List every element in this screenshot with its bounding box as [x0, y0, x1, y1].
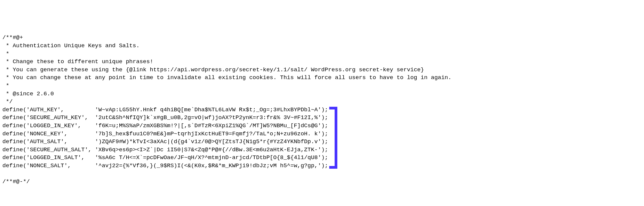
define-key: define('SECURE_AUTH_SALT', — [2, 146, 95, 153]
define-value: '%sA6c T/H<=X`=pcDFwOae/JF~qH/X?^mtmjnD-… — [95, 154, 328, 161]
comment-line: * Change these to different unique phras… — [2, 58, 153, 65]
define-line: define('SECURE_AUTH_SALT', 'XBv6q>es6p><… — [2, 146, 328, 153]
comment-line: /**#@+ — [2, 34, 23, 41]
define-key: define('SECURE_AUTH_KEY', — [2, 114, 95, 121]
define-value: ')ZQAF9#W)*kTvI<3aXAc|(d{g4`v1z/0@>QY[Zt… — [95, 138, 328, 145]
blank-line — [2, 170, 6, 177]
define-key: define('LOGGED_IN_KEY', — [2, 122, 95, 129]
comment-line: * You can generate these using the {@lin… — [2, 66, 424, 73]
bracket-annotation-icon — [329, 107, 337, 169]
define-value: 'XBv6q>es6p><I>Z`|Dc iI50|S7&<Zq@*P@#{//… — [95, 146, 328, 153]
define-line: define('AUTH_SALT', ')ZQAF9#W)*kTvI<3aXA… — [2, 138, 328, 145]
comment-line: * @since 2.6.0 — [2, 91, 54, 97]
comment-line: * You can change these at any point in t… — [2, 74, 452, 81]
comment-line: * Authentication Unique Keys and Salts. — [2, 42, 140, 49]
code-block: /**#@+ * Authentication Unique Keys and … — [2, 34, 642, 186]
comment-line: * — [2, 51, 9, 57]
define-line: define('SECURE_AUTH_KEY', '2utC&Sh^NfIQY… — [2, 114, 328, 121]
define-line: define('LOGGED_IN_SALT', '%sA6c T/H<=X`=… — [2, 154, 328, 161]
define-line: define('LOGGED_IN_KEY', 'f6K=u;M%S%aP/zm… — [2, 122, 328, 129]
define-key: define('AUTH_SALT', — [2, 138, 95, 145]
define-line: define('NONCE_KEY', '7b]S_hex$fuu1C0?mE&… — [2, 131, 328, 137]
define-line: define('NONCE_SALT', '^avj22={%*Vf36,}(_… — [2, 162, 328, 169]
define-value: '7b]S_hex$fuu1C0?mE&}mP~tqrhjIxKctHuET9=… — [95, 131, 328, 137]
define-key: define('NONCE_KEY', — [2, 131, 95, 137]
comment-line: * — [2, 82, 9, 89]
define-value: '^avj22={%*Vf36,}(_9$RS)I(<&(K0x,$R&*m_K… — [95, 162, 328, 169]
define-value: '2utC&Sh^NfIQY]k`x#gB_u0B,2g=vO|wf)joAX?… — [95, 114, 328, 121]
define-key: define('LOGGED_IN_SALT', — [2, 154, 95, 161]
comment-line: */ — [2, 98, 13, 105]
define-key: define('AUTH_KEY', — [2, 106, 95, 113]
define-value: 'f6K=u;M%S%aP/zmXGBS%m!?|[,s`D#TzR<6XpiZ… — [95, 122, 328, 129]
comment-line-footer: /**#@-*/ — [2, 178, 30, 185]
define-key: define('NONCE_SALT', — [2, 162, 95, 169]
define-line: define('AUTH_KEY', 'W~vAp:LG55hY.Hnkf q4… — [2, 106, 328, 113]
define-value: 'W~vAp:LG55hY.Hnkf q4hiBQ[me`Dha$%TL6LaV… — [95, 106, 328, 113]
